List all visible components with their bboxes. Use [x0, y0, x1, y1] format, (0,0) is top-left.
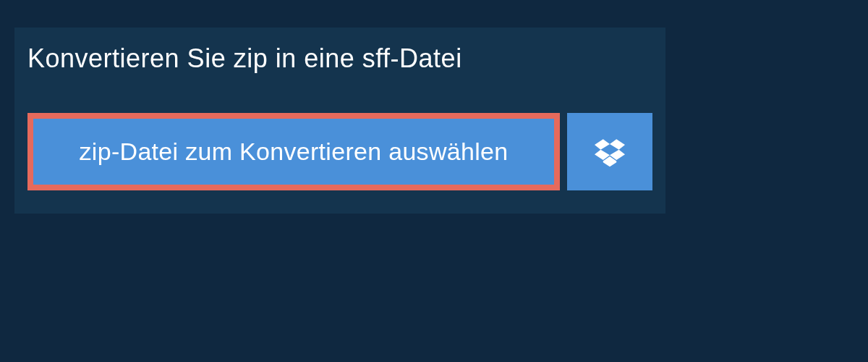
dropbox-button[interactable]: [567, 113, 652, 190]
button-row: zip-Datei zum Konvertieren auswählen: [14, 90, 665, 214]
select-file-button[interactable]: zip-Datei zum Konvertieren auswählen: [27, 113, 560, 190]
conversion-panel: Konvertieren Sie zip in eine sff-Datei z…: [14, 28, 665, 214]
dropbox-icon: [595, 137, 625, 167]
title-wrapper: Konvertieren Sie zip in eine sff-Datei: [14, 28, 665, 90]
page-title: Konvertieren Sie zip in eine sff-Datei: [14, 28, 482, 90]
